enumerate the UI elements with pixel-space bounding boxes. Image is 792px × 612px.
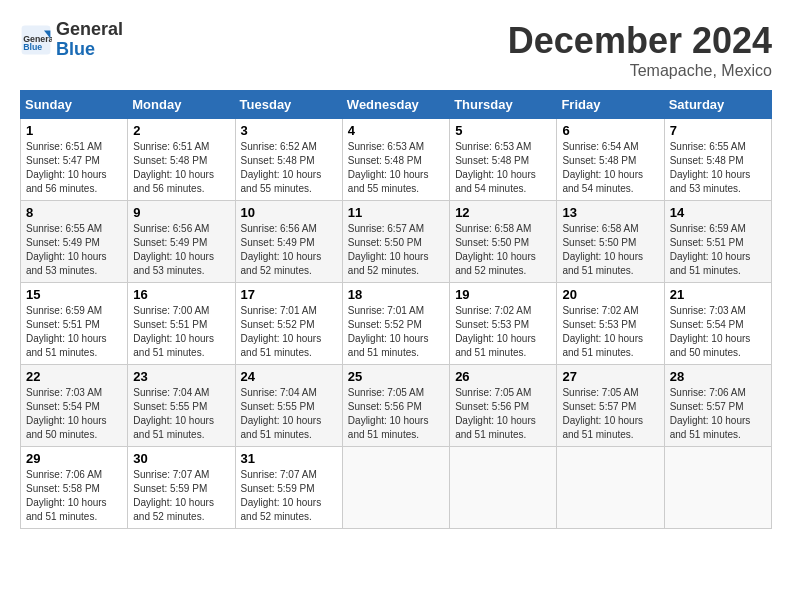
- calendar-header-row: Sunday Monday Tuesday Wednesday Thursday…: [21, 91, 772, 119]
- day-number: 10: [241, 205, 337, 220]
- table-row: 29 Sunrise: 7:06 AMSunset: 5:58 PMDaylig…: [21, 447, 128, 529]
- day-info: Sunrise: 7:07 AMSunset: 5:59 PMDaylight:…: [133, 469, 214, 522]
- day-info: Sunrise: 7:04 AMSunset: 5:55 PMDaylight:…: [133, 387, 214, 440]
- table-row: [557, 447, 664, 529]
- logo-text: General Blue: [56, 20, 123, 60]
- table-row: [450, 447, 557, 529]
- table-row: 18 Sunrise: 7:01 AMSunset: 5:52 PMDaylig…: [342, 283, 449, 365]
- day-info: Sunrise: 7:05 AMSunset: 5:56 PMDaylight:…: [348, 387, 429, 440]
- table-row: 22 Sunrise: 7:03 AMSunset: 5:54 PMDaylig…: [21, 365, 128, 447]
- table-row: 19 Sunrise: 7:02 AMSunset: 5:53 PMDaylig…: [450, 283, 557, 365]
- logo-general: General: [56, 19, 123, 39]
- day-number: 30: [133, 451, 229, 466]
- day-info: Sunrise: 6:54 AMSunset: 5:48 PMDaylight:…: [562, 141, 643, 194]
- calendar-week-4: 22 Sunrise: 7:03 AMSunset: 5:54 PMDaylig…: [21, 365, 772, 447]
- day-number: 13: [562, 205, 658, 220]
- table-row: 31 Sunrise: 7:07 AMSunset: 5:59 PMDaylig…: [235, 447, 342, 529]
- table-row: [342, 447, 449, 529]
- day-number: 15: [26, 287, 122, 302]
- day-number: 7: [670, 123, 766, 138]
- table-row: 26 Sunrise: 7:05 AMSunset: 5:56 PMDaylig…: [450, 365, 557, 447]
- table-row: 13 Sunrise: 6:58 AMSunset: 5:50 PMDaylig…: [557, 201, 664, 283]
- day-number: 19: [455, 287, 551, 302]
- day-info: Sunrise: 7:00 AMSunset: 5:51 PMDaylight:…: [133, 305, 214, 358]
- day-number: 24: [241, 369, 337, 384]
- day-info: Sunrise: 6:59 AMSunset: 5:51 PMDaylight:…: [26, 305, 107, 358]
- day-number: 1: [26, 123, 122, 138]
- table-row: 14 Sunrise: 6:59 AMSunset: 5:51 PMDaylig…: [664, 201, 771, 283]
- col-thursday: Thursday: [450, 91, 557, 119]
- day-number: 8: [26, 205, 122, 220]
- title-area: December 2024 Temapache, Mexico: [508, 20, 772, 80]
- col-friday: Friday: [557, 91, 664, 119]
- table-row: 17 Sunrise: 7:01 AMSunset: 5:52 PMDaylig…: [235, 283, 342, 365]
- table-row: 20 Sunrise: 7:02 AMSunset: 5:53 PMDaylig…: [557, 283, 664, 365]
- day-number: 20: [562, 287, 658, 302]
- day-info: Sunrise: 6:55 AMSunset: 5:48 PMDaylight:…: [670, 141, 751, 194]
- day-number: 28: [670, 369, 766, 384]
- table-row: 12 Sunrise: 6:58 AMSunset: 5:50 PMDaylig…: [450, 201, 557, 283]
- page-header: General Blue General Blue December 2024 …: [20, 20, 772, 80]
- day-info: Sunrise: 7:02 AMSunset: 5:53 PMDaylight:…: [562, 305, 643, 358]
- table-row: 5 Sunrise: 6:53 AMSunset: 5:48 PMDayligh…: [450, 119, 557, 201]
- day-info: Sunrise: 7:02 AMSunset: 5:53 PMDaylight:…: [455, 305, 536, 358]
- col-wednesday: Wednesday: [342, 91, 449, 119]
- day-number: 17: [241, 287, 337, 302]
- day-info: Sunrise: 7:05 AMSunset: 5:57 PMDaylight:…: [562, 387, 643, 440]
- day-info: Sunrise: 6:58 AMSunset: 5:50 PMDaylight:…: [562, 223, 643, 276]
- table-row: 7 Sunrise: 6:55 AMSunset: 5:48 PMDayligh…: [664, 119, 771, 201]
- table-row: 15 Sunrise: 6:59 AMSunset: 5:51 PMDaylig…: [21, 283, 128, 365]
- day-number: 3: [241, 123, 337, 138]
- table-row: 9 Sunrise: 6:56 AMSunset: 5:49 PMDayligh…: [128, 201, 235, 283]
- table-row: 10 Sunrise: 6:56 AMSunset: 5:49 PMDaylig…: [235, 201, 342, 283]
- day-number: 31: [241, 451, 337, 466]
- table-row: 6 Sunrise: 6:54 AMSunset: 5:48 PMDayligh…: [557, 119, 664, 201]
- calendar-week-5: 29 Sunrise: 7:06 AMSunset: 5:58 PMDaylig…: [21, 447, 772, 529]
- table-row: [664, 447, 771, 529]
- day-number: 25: [348, 369, 444, 384]
- day-info: Sunrise: 7:07 AMSunset: 5:59 PMDaylight:…: [241, 469, 322, 522]
- logo-icon: General Blue: [20, 24, 52, 56]
- col-tuesday: Tuesday: [235, 91, 342, 119]
- day-info: Sunrise: 6:51 AMSunset: 5:47 PMDaylight:…: [26, 141, 107, 194]
- day-number: 22: [26, 369, 122, 384]
- calendar-table: Sunday Monday Tuesday Wednesday Thursday…: [20, 90, 772, 529]
- table-row: 2 Sunrise: 6:51 AMSunset: 5:48 PMDayligh…: [128, 119, 235, 201]
- table-row: 25 Sunrise: 7:05 AMSunset: 5:56 PMDaylig…: [342, 365, 449, 447]
- month-title: December 2024: [508, 20, 772, 62]
- day-info: Sunrise: 7:06 AMSunset: 5:58 PMDaylight:…: [26, 469, 107, 522]
- day-info: Sunrise: 6:56 AMSunset: 5:49 PMDaylight:…: [241, 223, 322, 276]
- table-row: 16 Sunrise: 7:00 AMSunset: 5:51 PMDaylig…: [128, 283, 235, 365]
- day-number: 14: [670, 205, 766, 220]
- day-info: Sunrise: 7:03 AMSunset: 5:54 PMDaylight:…: [26, 387, 107, 440]
- table-row: 23 Sunrise: 7:04 AMSunset: 5:55 PMDaylig…: [128, 365, 235, 447]
- day-info: Sunrise: 7:04 AMSunset: 5:55 PMDaylight:…: [241, 387, 322, 440]
- day-number: 27: [562, 369, 658, 384]
- calendar-week-1: 1 Sunrise: 6:51 AMSunset: 5:47 PMDayligh…: [21, 119, 772, 201]
- table-row: 24 Sunrise: 7:04 AMSunset: 5:55 PMDaylig…: [235, 365, 342, 447]
- day-number: 6: [562, 123, 658, 138]
- table-row: 1 Sunrise: 6:51 AMSunset: 5:47 PMDayligh…: [21, 119, 128, 201]
- day-info: Sunrise: 7:01 AMSunset: 5:52 PMDaylight:…: [348, 305, 429, 358]
- day-number: 4: [348, 123, 444, 138]
- day-number: 11: [348, 205, 444, 220]
- table-row: 8 Sunrise: 6:55 AMSunset: 5:49 PMDayligh…: [21, 201, 128, 283]
- table-row: 30 Sunrise: 7:07 AMSunset: 5:59 PMDaylig…: [128, 447, 235, 529]
- table-row: 28 Sunrise: 7:06 AMSunset: 5:57 PMDaylig…: [664, 365, 771, 447]
- svg-text:Blue: Blue: [23, 42, 42, 52]
- logo: General Blue General Blue: [20, 20, 123, 60]
- calendar-week-3: 15 Sunrise: 6:59 AMSunset: 5:51 PMDaylig…: [21, 283, 772, 365]
- table-row: 4 Sunrise: 6:53 AMSunset: 5:48 PMDayligh…: [342, 119, 449, 201]
- day-info: Sunrise: 6:53 AMSunset: 5:48 PMDaylight:…: [348, 141, 429, 194]
- table-row: 11 Sunrise: 6:57 AMSunset: 5:50 PMDaylig…: [342, 201, 449, 283]
- day-info: Sunrise: 6:51 AMSunset: 5:48 PMDaylight:…: [133, 141, 214, 194]
- table-row: 3 Sunrise: 6:52 AMSunset: 5:48 PMDayligh…: [235, 119, 342, 201]
- table-row: 21 Sunrise: 7:03 AMSunset: 5:54 PMDaylig…: [664, 283, 771, 365]
- day-number: 23: [133, 369, 229, 384]
- col-monday: Monday: [128, 91, 235, 119]
- day-number: 5: [455, 123, 551, 138]
- day-info: Sunrise: 6:53 AMSunset: 5:48 PMDaylight:…: [455, 141, 536, 194]
- day-info: Sunrise: 7:05 AMSunset: 5:56 PMDaylight:…: [455, 387, 536, 440]
- day-info: Sunrise: 6:58 AMSunset: 5:50 PMDaylight:…: [455, 223, 536, 276]
- day-number: 9: [133, 205, 229, 220]
